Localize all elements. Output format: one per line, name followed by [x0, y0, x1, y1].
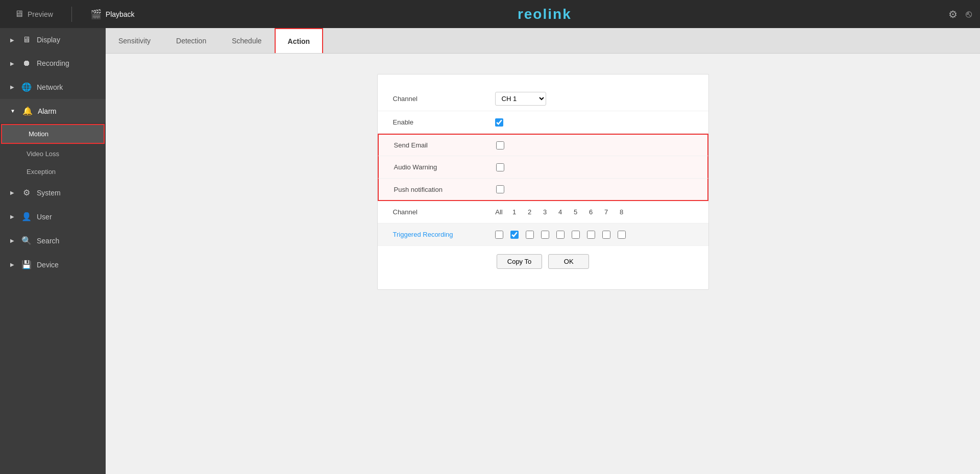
- alarm-icon: 🔔: [22, 106, 33, 116]
- sidebar-subitem-video-loss-label: Video Loss: [27, 150, 59, 158]
- channel-labels: All 1 2 3 4 5 6 7 8: [495, 208, 626, 216]
- tab-sensitivity[interactable]: Sensitivity: [106, 28, 163, 53]
- preview-nav-item[interactable]: 🖥 Preview: [8, 0, 59, 28]
- channel-7-label: 7: [602, 208, 610, 216]
- enable-row: Enable: [378, 111, 708, 134]
- enable-label: Enable: [393, 118, 495, 126]
- tab-detection[interactable]: Detection: [163, 28, 219, 53]
- topbar-actions: ⚙ ⎋: [948, 8, 972, 20]
- sidebar-item-device-label: Device: [37, 261, 59, 269]
- ok-button[interactable]: OK: [548, 254, 589, 269]
- triggered-checkbox-7[interactable]: [602, 231, 610, 239]
- sidebar-item-search-label: Search: [37, 237, 59, 245]
- sidebar-item-alarm-label: Alarm: [38, 107, 57, 115]
- sidebar-item-network-label: Network: [37, 83, 63, 91]
- user-arrow-icon: ▶: [10, 214, 14, 219]
- push-notification-checkbox[interactable]: [496, 185, 504, 193]
- channel-row: Channel CH 1 CH 2 CH 3 CH 4 CH 5 CH 6 CH…: [378, 87, 708, 111]
- sidebar-subitem-exception-label: Exception: [27, 168, 56, 176]
- sidebar-item-system[interactable]: ▶ ⚙ System: [0, 181, 106, 205]
- channel-select[interactable]: CH 1 CH 2 CH 3 CH 4 CH 5 CH 6 CH 7 CH 8: [495, 92, 546, 106]
- sidebar-item-system-label: System: [37, 189, 61, 197]
- send-email-row: Send Email: [378, 134, 708, 156]
- topbar: 🖥 Preview 🎬 Playback reolink ⚙ ⎋: [0, 0, 980, 28]
- triggered-recording-value: [495, 231, 626, 239]
- network-icon: 🌐: [21, 82, 32, 92]
- push-notification-label: Push notification: [394, 186, 496, 193]
- recording-icon: ⏺: [21, 59, 32, 68]
- triggered-checkbox-all[interactable]: [495, 231, 503, 239]
- network-arrow-icon: ▶: [10, 84, 14, 90]
- channel-all-label: All: [495, 208, 503, 216]
- channel-value: CH 1 CH 2 CH 3 CH 4 CH 5 CH 6 CH 7 CH 8: [495, 92, 546, 106]
- channel-numbers-label: Channel: [393, 208, 495, 216]
- triggered-checkbox-6[interactable]: [587, 231, 595, 239]
- brand-area: reolink: [141, 6, 948, 22]
- sidebar-item-network[interactable]: ▶ 🌐 Network: [0, 75, 106, 99]
- playback-nav-item[interactable]: 🎬 Playback: [84, 0, 141, 28]
- channel-6-label: 6: [587, 208, 595, 216]
- triggered-checkbox-1[interactable]: [510, 231, 519, 239]
- channel-8-label: 8: [618, 208, 626, 216]
- search-icon: 🔍: [21, 236, 32, 245]
- user-icon: 👤: [21, 212, 32, 221]
- sidebar-item-device[interactable]: ▶ 💾 Device: [0, 253, 106, 277]
- system-arrow-icon: ▶: [10, 190, 14, 195]
- playback-label: Playback: [106, 10, 135, 18]
- triggered-recording-label: Triggered Recording: [393, 231, 495, 238]
- tabs-bar: Sensitivity Detection Schedule Action: [106, 28, 980, 54]
- push-notification-value: [496, 185, 504, 193]
- channel-3-label: 3: [541, 208, 549, 216]
- display-arrow-icon: ▶: [10, 37, 14, 43]
- channel-2-label: 2: [526, 208, 534, 216]
- preview-label: Preview: [28, 10, 53, 18]
- sidebar-item-user[interactable]: ▶ 👤 User: [0, 205, 106, 229]
- settings-panel: Channel CH 1 CH 2 CH 3 CH 4 CH 5 CH 6 CH…: [377, 74, 709, 290]
- sidebar-item-search[interactable]: ▶ 🔍 Search: [0, 229, 106, 253]
- triggered-checkbox-5[interactable]: [572, 231, 580, 239]
- settings-icon-button[interactable]: ⚙: [948, 8, 958, 20]
- audio-warning-value: [496, 163, 504, 171]
- sidebar-subitem-motion-label: Motion: [29, 130, 48, 138]
- content-area: Sensitivity Detection Schedule Action Ch…: [106, 28, 980, 474]
- playback-icon: 🎬: [90, 9, 102, 20]
- channel-label: Channel: [393, 95, 495, 103]
- triggered-recording-row: Triggered Recording: [378, 223, 708, 246]
- tab-schedule[interactable]: Schedule: [219, 28, 274, 53]
- enable-checkbox[interactable]: [495, 118, 503, 127]
- push-notification-row: Push notification: [378, 179, 708, 201]
- topbar-divider: [71, 7, 72, 22]
- sidebar-item-alarm[interactable]: ▼ 🔔 Alarm: [0, 99, 106, 123]
- triggered-checkbox-4[interactable]: [556, 231, 565, 239]
- channel-1-label: 1: [510, 208, 519, 216]
- sidebar-item-display[interactable]: ▶ 🖥 Display: [0, 28, 106, 52]
- preview-icon: 🖥: [14, 9, 23, 19]
- sidebar-subitem-video-loss[interactable]: Video Loss: [0, 145, 106, 163]
- triggered-checkbox-3[interactable]: [541, 231, 549, 239]
- send-email-checkbox[interactable]: [496, 141, 504, 149]
- channel-4-label: 4: [556, 208, 565, 216]
- sidebar-subitem-exception[interactable]: Exception: [0, 163, 106, 181]
- enable-value: [495, 118, 503, 127]
- device-arrow-icon: ▶: [10, 262, 14, 267]
- copy-to-button[interactable]: Copy To: [497, 254, 542, 269]
- triggered-checkbox-2[interactable]: [526, 231, 534, 239]
- content-main: Channel CH 1 CH 2 CH 3 CH 4 CH 5 CH 6 CH…: [106, 54, 980, 474]
- audio-warning-row: Audio Warning: [378, 156, 708, 179]
- channel-5-label: 5: [572, 208, 580, 216]
- system-icon: ⚙: [21, 188, 32, 197]
- device-icon: 💾: [21, 260, 32, 269]
- tab-action[interactable]: Action: [275, 28, 324, 53]
- logout-icon-button[interactable]: ⎋: [966, 8, 972, 20]
- display-icon: 🖥: [21, 35, 32, 44]
- sidebar-item-recording-label: Recording: [37, 59, 69, 67]
- audio-warning-checkbox[interactable]: [496, 163, 504, 171]
- sidebar-item-recording[interactable]: ▶ ⏺ Recording: [0, 52, 106, 75]
- triggered-checkbox-8[interactable]: [618, 231, 626, 239]
- sidebar-subitem-motion[interactable]: Motion: [1, 124, 105, 144]
- topbar-nav: 🖥 Preview 🎬 Playback: [8, 0, 141, 28]
- search-arrow-icon: ▶: [10, 238, 14, 243]
- brand-logo: reolink: [518, 6, 572, 22]
- recording-arrow-icon: ▶: [10, 61, 14, 66]
- sidebar: ▶ 🖥 Display ▶ ⏺ Recording ▶ 🌐 Network ▼ …: [0, 28, 106, 474]
